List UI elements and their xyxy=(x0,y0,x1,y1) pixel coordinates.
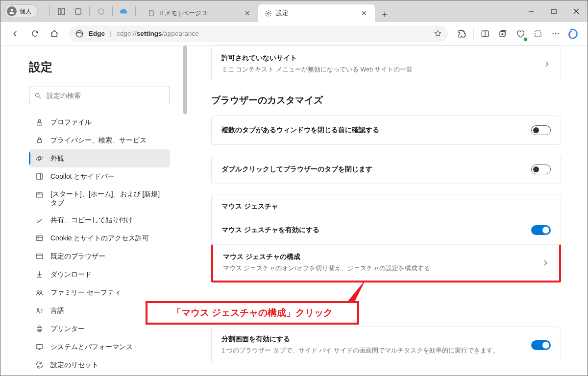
row-desc: マウス ジェスチャのオン/オフを切り替え、ジェスチャの設定を構成する xyxy=(223,264,541,273)
sidebar-item-14[interactable]: スマートフォンとその他のデバイス xyxy=(29,374,170,376)
row-desc: ミニ コンテキスト メニューが無効になっている Web サイトの一覧 xyxy=(221,66,543,74)
toggle-gesture-enable[interactable] xyxy=(531,225,551,235)
tab-title: ITメモ | ページ 3 xyxy=(159,9,243,18)
sidebar-item-6[interactable]: Cookie とサイトのアクセス許可 xyxy=(29,229,170,247)
nav-label: 共有、コピーして貼り付け xyxy=(50,215,133,224)
row-title: 許可されていないサイト xyxy=(221,54,543,63)
gesture-config-row[interactable]: マウス ジェスチャの構成 マウス ジェスチャのオン/オフを切り替え、ジェスチャの… xyxy=(211,244,561,282)
settings-page: 設定 プロファイルプライバシー、検索、サービス外観Copilot とサイドバー[… xyxy=(0,46,588,376)
tab-settings[interactable]: 設定 ✕ xyxy=(258,4,375,22)
card-section-title: マウス ジェスチャ xyxy=(212,194,561,216)
collections-icon[interactable] xyxy=(494,25,511,43)
svg-point-24 xyxy=(38,157,41,160)
sidebar-item-5[interactable]: 共有、コピーして貼り付け xyxy=(29,211,170,229)
profile-label: 個人 xyxy=(20,7,31,16)
settings-search[interactable] xyxy=(29,87,170,104)
svg-rect-39 xyxy=(38,326,41,328)
svg-point-29 xyxy=(38,193,38,193)
row-desc: 1 つのブラウザー タブで、サイド バイ サイドの画面間でマルチタスクを効率的に… xyxy=(221,347,531,355)
tab-actions-icon[interactable] xyxy=(70,3,86,20)
sidebar-item-9[interactable]: ファミリー セーフティ xyxy=(29,283,170,302)
row-title: 複数のタブがあるウィンドウを閉じる前に確認する xyxy=(221,126,531,135)
row-title: 分割画面を有効にする xyxy=(221,335,531,344)
sidebar-item-0[interactable]: プロファイル xyxy=(29,113,170,131)
close-icon[interactable]: ✕ xyxy=(243,8,252,18)
sidebar-item-12[interactable]: システムとパフォーマンス xyxy=(29,338,170,356)
sidebar-item-3[interactable]: Copilot とサイドバー xyxy=(29,167,170,186)
svg-rect-2 xyxy=(62,8,65,15)
search-input[interactable] xyxy=(47,92,165,99)
nav-label: [スタート]、[ホーム]、および [新規] タブ xyxy=(50,189,164,207)
svg-line-20 xyxy=(39,96,41,98)
cloud-icon[interactable] xyxy=(116,3,132,20)
sidebar-item-13[interactable]: 設定のリセット xyxy=(29,356,170,374)
nav-icon xyxy=(35,216,44,225)
sidebar-item-4[interactable]: [スタート]、[ホーム]、および [新規] タブ xyxy=(29,186,170,211)
nav-label: 設定のリセット xyxy=(50,360,98,369)
extensions-icon[interactable] xyxy=(454,25,470,43)
favorite-icon[interactable] xyxy=(434,29,442,38)
health-icon[interactable] xyxy=(512,25,529,43)
window-titlebar: 個人 ITメモ | ページ 3 ✕ 設 xyxy=(0,0,588,22)
nav-icon xyxy=(35,288,44,297)
svg-rect-25 xyxy=(36,174,43,179)
nav-label: Copilot とサイドバー xyxy=(50,172,115,181)
search-icon xyxy=(34,92,42,99)
sidebar-item-1[interactable]: プライバシー、検索、サービス xyxy=(29,131,170,149)
minimize-button[interactable] xyxy=(520,0,542,22)
toggle-split-screen[interactable] xyxy=(531,340,551,350)
tab-itmemo[interactable]: ITメモ | ページ 3 ✕ xyxy=(142,4,258,22)
nav-label: ダウンロード xyxy=(50,270,92,279)
gear-icon xyxy=(264,9,272,17)
home-button[interactable] xyxy=(46,25,63,43)
split-screen-icon[interactable] xyxy=(477,25,493,43)
address-bar[interactable]: Edge | edge://settings/appearance xyxy=(69,25,448,42)
close-icon[interactable]: ✕ xyxy=(359,8,369,18)
screenshot-icon[interactable] xyxy=(530,25,546,43)
sidebar-item-2[interactable]: 外観 xyxy=(29,149,170,167)
workspaces-icon[interactable] xyxy=(53,3,70,20)
new-tab-button[interactable]: ＋ xyxy=(377,6,392,22)
svg-rect-5 xyxy=(149,11,153,16)
close-window-button[interactable] xyxy=(565,0,588,22)
sidebar-scrollbar[interactable] xyxy=(182,46,189,376)
sidebar-item-7[interactable]: 既定のブラウザー xyxy=(29,247,170,265)
annotation-callout: 「マウス ジェスチャの構成」クリック xyxy=(146,301,359,325)
profile-chip[interactable]: 個人 xyxy=(4,4,38,18)
settings-sidebar: 設定 プロファイルプライバシー、検索、サービス外観Copilot とサイドバー[… xyxy=(0,46,190,376)
window-controls xyxy=(520,0,588,22)
row-title: マウス ジェスチャを有効にする xyxy=(221,226,531,235)
page-title: 設定 xyxy=(29,59,190,75)
toggle-dblclick-close[interactable] xyxy=(531,164,551,174)
copilot-icon[interactable] xyxy=(565,25,582,42)
settings-nav: プロファイルプライバシー、検索、サービス外観Copilot とサイドバー[スター… xyxy=(29,113,170,376)
nav-icon xyxy=(35,172,44,181)
mouse-gesture-card: マウス ジェスチャ マウス ジェスチャを有効にする マウス ジェスチャの構成 マ… xyxy=(211,194,561,282)
sidebar-item-8[interactable]: ダウンロード xyxy=(29,265,170,283)
maximize-button[interactable] xyxy=(542,0,565,22)
svg-point-18 xyxy=(558,33,559,34)
back-button[interactable] xyxy=(6,25,24,43)
svg-point-6 xyxy=(267,12,269,14)
svg-rect-23 xyxy=(37,140,42,142)
nav-icon xyxy=(35,252,44,261)
browser-name: Edge xyxy=(89,30,105,37)
nav-label: 外観 xyxy=(50,154,64,163)
row-title: マウス ジェスチャの構成 xyxy=(223,253,541,261)
row-title: ダブルクリックしてブラウザーのタブを閉じます xyxy=(221,165,531,174)
blocked-sites-card[interactable]: 許可されていないサイト ミニ コンテキスト メニューが無効になっている Web … xyxy=(211,46,561,82)
more-menu-icon[interactable] xyxy=(547,25,564,43)
nav-icon xyxy=(35,306,44,315)
nav-icon xyxy=(35,136,44,145)
copilot-swirl-icon[interactable] xyxy=(93,3,109,20)
nav-label: システムとパフォーマンス xyxy=(50,342,133,351)
edge-icon xyxy=(75,29,84,38)
svg-rect-38 xyxy=(37,328,42,330)
nav-label: 言語 xyxy=(50,306,64,315)
nav-icon xyxy=(35,361,44,370)
toggle-confirm-close[interactable] xyxy=(531,125,551,135)
chevron-right-icon xyxy=(541,259,549,267)
refresh-button[interactable] xyxy=(26,25,44,43)
svg-point-19 xyxy=(36,93,40,97)
tab-strip: ITメモ | ページ 3 ✕ 設定 ✕ ＋ xyxy=(142,0,392,22)
